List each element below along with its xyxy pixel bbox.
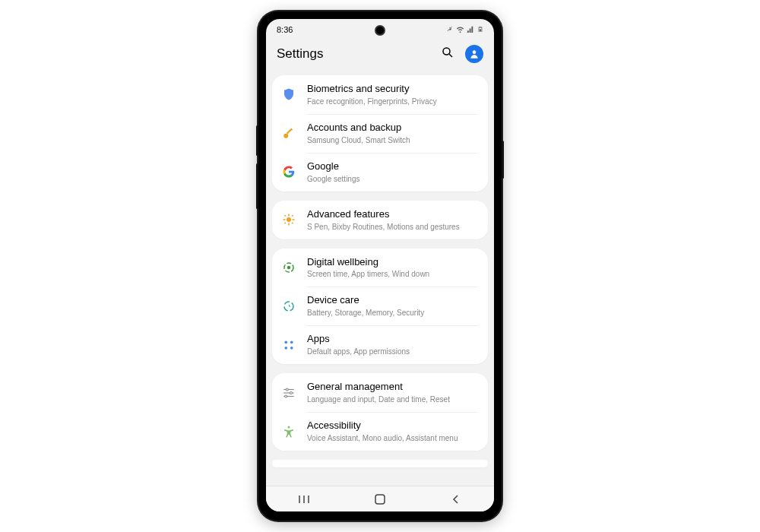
settings-row-apps[interactable]: AppsDefault apps, App permissions [272,325,488,364]
screen: 8:36 Settings [266,19,494,511]
row-subtitle: Samsung Cloud, Smart Switch [307,135,479,145]
home-button[interactable] [365,493,395,505]
svg-point-22 [290,347,293,350]
row-title: Advanced features [307,208,479,221]
settings-row-google[interactable]: GoogleGoogle settings [272,153,488,192]
svg-point-28 [285,395,287,397]
app-header: Settings [266,37,494,71]
row-subtitle: Battery, Storage, Memory, Security [307,308,479,318]
settings-group: Advanced featuresS Pen, Bixby Routines, … [272,201,488,239]
svg-point-26 [290,391,293,394]
front-camera [375,25,385,36]
gear-plus-icon [281,212,296,227]
row-title: Device care [307,294,479,307]
power-button [502,141,504,179]
settings-row-accounts-and-backup[interactable]: Accounts and backupSamsung Cloud, Smart … [272,114,488,153]
settings-row-device-care[interactable]: Device careBattery, Storage, Memory, Sec… [272,287,488,325]
shield-icon [281,87,296,102]
search-button[interactable] [441,46,454,62]
settings-group: Digital wellbeingScreen time, App timers… [272,249,488,365]
row-title: General management [307,381,479,394]
recent-apps-button[interactable] [289,494,319,505]
settings-row-digital-wellbeing[interactable]: Digital wellbeingScreen time, App timers… [272,249,488,287]
wellbeing-icon [281,260,296,275]
svg-line-2 [449,54,452,57]
signal-icon [467,25,475,35]
svg-point-24 [286,388,288,391]
accessibility-icon [281,424,296,439]
svg-point-20 [290,340,293,344]
svg-rect-14 [292,215,294,217]
row-title: Google [307,160,479,173]
svg-point-4 [283,134,288,138]
row-text: AccessibilityVoice Assistant, Mono audio… [307,420,479,443]
svg-rect-8 [288,214,290,217]
profile-button[interactable] [465,45,483,63]
row-text: Biometrics and securityFace recognition,… [307,83,479,106]
svg-point-1 [443,48,450,55]
svg-rect-11 [293,219,295,220]
settings-group [272,460,488,467]
settings-row-general-management[interactable]: General managementLanguage and input, Da… [272,373,488,412]
svg-rect-13 [292,222,294,224]
row-text: GoogleGoogle settings [307,160,479,184]
svg-rect-12 [284,215,287,217]
status-time: 8:36 [277,25,293,34]
volume-button [256,163,258,209]
svg-rect-15 [284,222,287,224]
row-subtitle: Default apps, App permissions [307,347,479,356]
svg-point-21 [284,347,287,350]
page-title: Settings [277,46,323,62]
settings-row-biometrics-and-security[interactable]: Biometrics and securityFace recognition,… [272,75,488,114]
row-subtitle: Screen time, App timers, Wind down [307,269,479,279]
svg-point-19 [284,340,287,344]
google-icon [281,164,296,179]
row-title: Biometrics and security [307,83,479,96]
mute-icon [446,25,454,34]
apps-grid-icon [281,337,296,353]
row-title: Apps [307,333,479,346]
svg-point-29 [288,426,290,428]
row-subtitle: S Pen, Bixby Routines, Motions and gestu… [307,222,479,232]
row-subtitle: Language and input, Date and time, Reset [307,394,479,404]
svg-point-17 [287,266,291,270]
row-text: General managementLanguage and input, Da… [307,381,479,404]
row-text: Advanced featuresS Pen, Bixby Routines, … [307,208,479,232]
settings-list[interactable]: Biometrics and securityFace recognition,… [266,71,494,486]
navigation-bar [266,486,494,511]
row-title: Accessibility [307,420,479,432]
settings-row-advanced-features[interactable]: Advanced featuresS Pen, Bixby Routines, … [272,201,488,239]
row-text: AppsDefault apps, App permissions [307,333,479,356]
status-icons [446,25,483,35]
sliders-icon [281,385,296,401]
row-text: Accounts and backupSamsung Cloud, Smart … [307,122,479,145]
settings-row-accessibility[interactable]: AccessibilityVoice Assistant, Mono audio… [272,412,488,451]
svg-rect-9 [288,223,290,226]
back-button[interactable] [441,494,471,505]
device-care-icon [281,299,296,314]
row-subtitle: Voice Assistant, Mono audio, Assistant m… [307,433,479,443]
volume-button [256,125,258,156]
battery-icon [477,25,483,35]
svg-rect-0 [480,29,482,30]
svg-rect-10 [283,219,286,220]
wifi-icon [456,25,464,35]
svg-point-7 [287,217,291,222]
row-text: Digital wellbeingScreen time, App timers… [307,256,479,280]
row-subtitle: Google settings [307,174,479,184]
row-title: Accounts and backup [307,122,479,135]
svg-point-3 [473,50,477,54]
settings-group: Biometrics and securityFace recognition,… [272,75,488,192]
key-icon [281,125,296,141]
svg-rect-33 [375,495,385,504]
phone-frame: 8:36 Settings [258,11,502,521]
row-text: Device careBattery, Storage, Memory, Sec… [307,294,479,318]
settings-group: General managementLanguage and input, Da… [272,373,488,451]
row-subtitle: Face recognition, Fingerprints, Privacy [307,97,479,106]
row-title: Digital wellbeing [307,256,479,269]
